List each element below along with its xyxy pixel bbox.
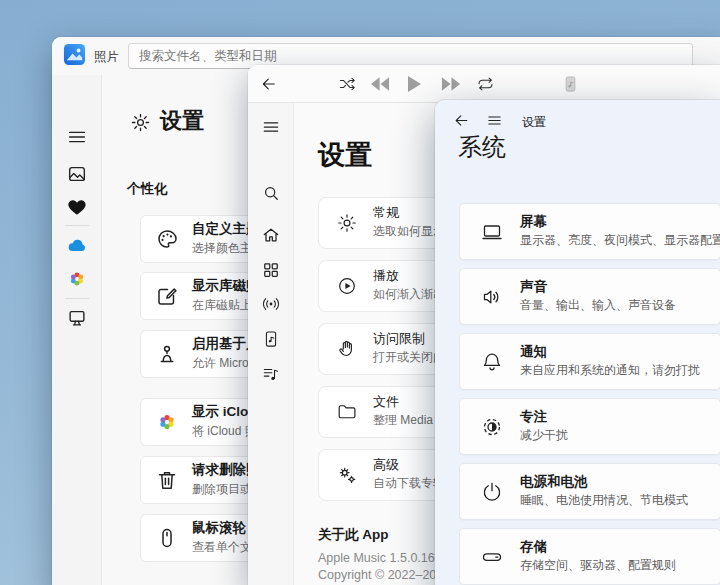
setting-title: 屏幕 xyxy=(520,214,720,230)
device-music-icon[interactable] xyxy=(261,329,281,349)
bell-icon xyxy=(480,350,504,374)
system-page-title: 系统 xyxy=(458,131,506,163)
back-arrow-icon[interactable] xyxy=(260,65,278,103)
photos-app-icon xyxy=(63,43,86,66)
about-heading: 关于此 App xyxy=(318,526,389,544)
system-card-display[interactable]: 屏幕 显示器、亮度、夜间模式、显示器配置文件 xyxy=(459,203,720,260)
play-icon[interactable] xyxy=(406,65,422,103)
setting-title: 专注 xyxy=(520,409,568,425)
focus-icon xyxy=(480,415,504,439)
gallery-icon[interactable] xyxy=(66,163,88,185)
system-card-focus[interactable]: 专注 减少干扰 xyxy=(459,398,720,455)
sidebar-divider xyxy=(65,298,89,299)
setting-title: 存储 xyxy=(520,539,676,555)
photos-settings-heading: 设置 xyxy=(160,106,204,136)
setting-subtitle: 睡眠、电池使用情况、节电模式 xyxy=(520,492,688,509)
storage-icon xyxy=(480,545,504,569)
next-icon[interactable] xyxy=(440,65,461,103)
windows-settings-window: 设置 系统 屏幕 显示器、亮度、夜间模式、显示器配置文件 声音 音量、输出、输入… xyxy=(435,100,720,585)
trash-icon xyxy=(155,468,179,492)
setting-title: 声音 xyxy=(520,279,676,295)
people-detect-icon xyxy=(155,342,179,366)
icloud-flower-icon xyxy=(155,410,179,434)
previous-icon[interactable] xyxy=(370,65,391,103)
favorites-heart-icon[interactable] xyxy=(66,196,88,218)
display-icon xyxy=(480,220,504,244)
onedrive-cloud-icon[interactable] xyxy=(66,235,88,257)
desktop: 照片 xyxy=(0,0,720,585)
pc-monitor-icon[interactable] xyxy=(66,307,88,329)
setting-subtitle: 来自应用和系统的通知，请勿打扰 xyxy=(520,362,700,379)
gear-icon xyxy=(336,212,358,234)
home-icon[interactable] xyxy=(261,225,281,245)
setting-title: 电源和电池 xyxy=(520,474,688,490)
system-card-power[interactable]: 电源和电池 睡眠、电池使用情况、节电模式 xyxy=(459,463,720,520)
shuffle-icon[interactable] xyxy=(338,65,357,103)
palette-icon xyxy=(155,227,179,251)
menu-icon[interactable] xyxy=(261,117,281,137)
music-toolbar xyxy=(248,65,720,103)
setting-subtitle: 音量、输出、输入、声音设备 xyxy=(520,297,676,314)
music-settings-heading: 设置 xyxy=(318,137,372,173)
search-icon[interactable] xyxy=(261,183,281,203)
mouse-icon xyxy=(155,526,179,550)
edit-tile-icon xyxy=(155,284,179,308)
setting-subtitle: 减少干扰 xyxy=(520,427,568,444)
menu-icon[interactable] xyxy=(66,126,88,148)
photos-app-title: 照片 xyxy=(94,49,119,66)
sidebar-divider xyxy=(65,225,89,226)
setting-subtitle: 显示器、亮度、夜间模式、显示器配置文件 xyxy=(520,232,720,249)
music-sidebar xyxy=(248,103,294,585)
icloud-photos-icon[interactable] xyxy=(66,268,88,290)
folder-icon xyxy=(336,401,358,423)
gear-icon xyxy=(130,112,151,133)
power-icon xyxy=(480,480,504,504)
about-copyright: Copyright © 2022–202 xyxy=(318,568,443,582)
playlist-icon[interactable] xyxy=(261,364,281,384)
setting-subtitle: 存储空间、驱动器、配置规则 xyxy=(520,557,676,574)
device-icon[interactable] xyxy=(561,65,580,103)
play-circle-icon xyxy=(336,275,358,297)
photos-sidebar xyxy=(52,75,102,585)
system-card-sound[interactable]: 声音 音量、输出、输入、声音设备 xyxy=(459,268,720,325)
back-arrow-icon[interactable] xyxy=(453,112,470,129)
system-card-notifications[interactable]: 通知 来自应用和系统的通知，请勿打扰 xyxy=(459,333,720,390)
hand-icon xyxy=(336,338,358,360)
setting-title: 通知 xyxy=(520,344,700,360)
settings-header-label: 设置 xyxy=(522,114,546,131)
radio-icon[interactable] xyxy=(261,294,281,314)
browse-grid-icon[interactable] xyxy=(261,260,281,280)
sound-icon xyxy=(480,285,504,309)
menu-icon[interactable] xyxy=(486,112,503,129)
personalization-section-label: 个性化 xyxy=(127,180,168,198)
repeat-icon[interactable] xyxy=(476,65,495,103)
system-card-storage[interactable]: 存储 存储空间、驱动器、配置规则 xyxy=(459,528,720,585)
gears-icon xyxy=(336,464,358,486)
